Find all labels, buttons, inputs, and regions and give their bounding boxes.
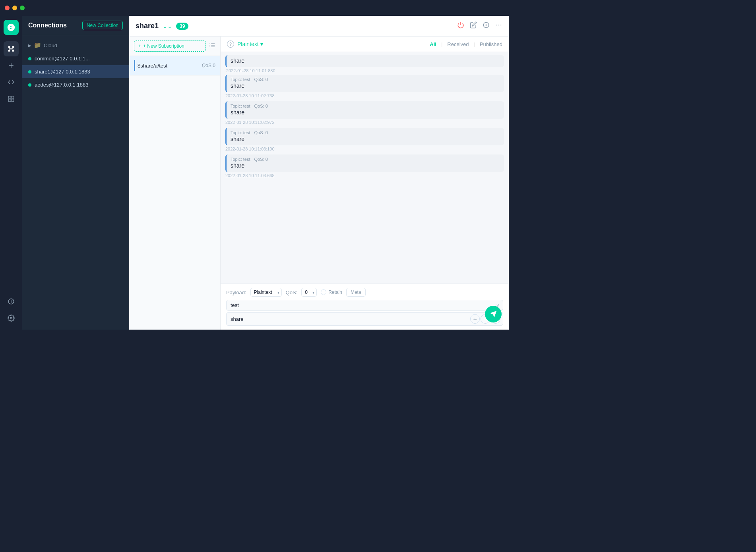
message-qos-label: QoS: 0	[254, 157, 268, 162]
cloud-group[interactable]: ▶ 📁 Cloud	[22, 39, 129, 52]
filter-separator-2: |	[474, 41, 475, 47]
edit-icon[interactable]	[470, 21, 477, 31]
retain-toggle[interactable]: Retain	[321, 290, 342, 295]
connection-item-aedes[interactable]: aedes@127.0.0.1:1883	[22, 78, 129, 91]
cloud-label: Cloud	[44, 42, 57, 48]
payload-prev-button[interactable]: ←	[470, 314, 480, 324]
message-qos-label: QoS: 0	[254, 77, 268, 82]
publish-toolbar: Payload: Plaintext JSON Base64 Hex QoS:	[226, 288, 503, 297]
dropdown-chevron-icon[interactable]: ⌄⌄	[163, 23, 172, 29]
message-item: Topic: test QoS: 0 share 2022-01-28 10:1…	[225, 154, 504, 178]
chevron-right-icon: ▶	[28, 43, 31, 48]
message-bubble: Topic: test QoS: 0 share	[225, 75, 504, 92]
publish-payload-input[interactable]	[227, 314, 470, 324]
filter-received-tab[interactable]: Received	[447, 41, 469, 47]
titlebar	[0, 0, 509, 16]
svg-rect-3	[8, 50, 10, 52]
format-select[interactable]: Plaintext JSON Base64 Hex	[250, 288, 282, 297]
nav-info[interactable]	[4, 294, 19, 309]
retain-label: Retain	[328, 290, 342, 295]
svg-point-23	[500, 25, 501, 25]
message-header: ? Plaintext ▾ All | Received | Published	[221, 37, 509, 52]
new-subscription-button[interactable]: + + New Subscription	[134, 41, 206, 52]
svg-rect-1	[8, 46, 10, 48]
message-content: share	[231, 109, 500, 116]
help-icon[interactable]: ?	[227, 41, 234, 48]
payload-label: Payload:	[226, 290, 246, 295]
minimize-button[interactable]	[12, 6, 17, 10]
qos-select-wrapper[interactable]: 0 1 2	[301, 288, 317, 297]
connection-label: aedes@127.0.0.1:1883	[35, 82, 88, 88]
messages-panel: ? Plaintext ▾ All | Received | Published	[221, 37, 509, 330]
message-timestamp: 2022-01-28 10:11:02:738	[225, 93, 504, 98]
message-topic-label: Topic: test	[231, 130, 250, 135]
topbar: share1 ⌄⌄ 39	[129, 16, 509, 37]
filter-all-tab[interactable]: All	[430, 41, 436, 47]
message-item-partial: share 2022-01-28 10:11:01:880	[225, 55, 504, 73]
message-count-badge: 39	[176, 23, 188, 30]
new-subscription-label: + New Subscription	[143, 43, 184, 49]
qos-select[interactable]: 0 1 2	[301, 288, 317, 297]
message-bubble: Topic: test QoS: 0 share	[225, 128, 504, 145]
power-icon[interactable]	[457, 21, 464, 31]
svg-rect-11	[8, 96, 11, 98]
nav-connections[interactable]	[4, 41, 19, 56]
svg-rect-2	[12, 46, 14, 48]
connection-sidebar: Connections New Collection ▶ 📁 Cloud com…	[22, 16, 129, 330]
publish-topic-input[interactable]	[227, 300, 493, 310]
message-item: Topic: test QoS: 0 share 2022-01-28 10:1…	[225, 101, 504, 125]
svg-point-16	[10, 317, 12, 319]
subscription-item[interactable]: $share/a/test QoS 0	[129, 56, 220, 75]
message-meta: Topic: test QoS: 0	[231, 157, 500, 162]
connection-item-share1[interactable]: share1@127.0.0.1:1883	[22, 65, 129, 78]
format-badge[interactable]: Plaintext ▾	[237, 41, 263, 47]
new-collection-button[interactable]: New Collection	[82, 21, 123, 30]
message-topic-label: Topic: test	[231, 104, 250, 108]
filter-published-tab[interactable]: Published	[480, 41, 502, 47]
folder-icon: 📁	[34, 42, 41, 49]
svg-rect-4	[12, 50, 14, 52]
message-content: share	[231, 162, 500, 169]
fullscreen-button[interactable]	[20, 6, 25, 10]
connection-status-dot	[28, 57, 31, 60]
publish-area: Payload: Plaintext JSON Base64 Hex QoS:	[221, 284, 509, 330]
more-options-icon[interactable]	[495, 21, 502, 31]
meta-button[interactable]: Meta	[346, 288, 366, 297]
format-chevron-icon: ▾	[260, 41, 263, 47]
sub-toolbar: + + New Subscription	[129, 37, 220, 56]
icon-nav	[4, 41, 19, 292]
message-bubble: Topic: test QoS: 0 share	[225, 101, 504, 119]
message-item: Topic: test QoS: 0 share 2022-01-28 10:1…	[225, 75, 504, 98]
content-area: share1 ⌄⌄ 39	[129, 16, 509, 330]
message-qos-label: QoS: 0	[254, 104, 268, 108]
message-timestamp: 2022-01-28 10:11:03:668	[225, 173, 504, 178]
subscription-indicator	[134, 60, 135, 71]
connections-title: Connections	[28, 22, 67, 29]
connection-label: common@127.0.0.1:1...	[35, 56, 90, 62]
subscription-filter-icon[interactable]	[209, 42, 215, 50]
connection-item-common[interactable]: common@127.0.0.1:1...	[22, 52, 129, 65]
nav-data[interactable]	[4, 91, 19, 106]
close-button[interactable]	[5, 6, 10, 10]
svg-rect-13	[8, 99, 11, 102]
qos-label: QoS:	[286, 290, 298, 295]
nav-add[interactable]	[4, 58, 19, 73]
add-connection-icon[interactable]	[483, 21, 490, 31]
send-button[interactable]	[485, 306, 502, 322]
main-layout: Connections New Collection ▶ 📁 Cloud com…	[0, 16, 509, 330]
panel-layout: + + New Subscription	[129, 37, 509, 330]
message-content: share	[231, 58, 244, 64]
message-meta: Topic: test QoS: 0	[231, 77, 500, 82]
svg-rect-14	[11, 99, 14, 102]
active-connection-name: share1	[136, 22, 159, 30]
message-topic-label: Topic: test	[231, 157, 250, 162]
retain-radio-icon	[321, 290, 326, 295]
message-timestamp: 2022-01-28 10:11:02:972	[225, 120, 504, 125]
conn-header: Connections New Collection	[22, 16, 129, 35]
message-timestamp: 2022-01-28 10:11:03:190	[225, 147, 504, 151]
nav-settings[interactable]	[4, 311, 19, 326]
nav-code[interactable]	[4, 75, 19, 90]
publish-payload-row: ← − →	[226, 312, 503, 326]
format-select-wrapper[interactable]: Plaintext JSON Base64 Hex	[250, 288, 282, 297]
plus-icon: +	[138, 43, 141, 49]
